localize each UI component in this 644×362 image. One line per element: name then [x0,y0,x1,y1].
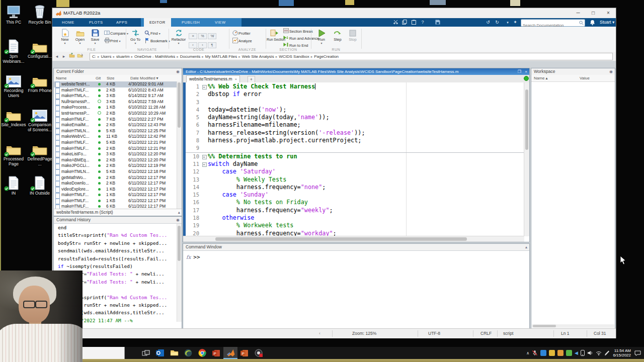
workspace-hscrollbar[interactable] [532,324,614,328]
editor-maximize-icon[interactable]: ❐ [518,68,521,75]
tab-close-icon[interactable]: × [232,77,237,81]
ws-col-value[interactable]: Value [580,75,590,81]
window-titlebar[interactable]: MATLAB R2022a ─ □ × [52,8,616,19]
uncomment-icon[interactable]: %̸ [208,33,216,39]
desktop-icon-this-pc[interactable]: This PC [1,3,26,25]
file-row[interactable]: makeHTMLA...3 KB6/14/2022 9:17 AM [54,93,177,99]
breadcrumb-segment[interactable]: Users [101,54,112,59]
user-menu[interactable]: Stuart ▾ [600,20,614,25]
chevron-up-icon[interactable]: ∧ [525,347,531,359]
fold-icon[interactable] [202,162,207,167]
step-button[interactable]: Step [330,28,345,42]
notifications-bell-icon[interactable] [590,20,595,26]
tab-publish[interactable]: PUBLISH [176,18,205,27]
speaker-icon[interactable] [586,347,594,359]
quick-access-caret-icon[interactable]: ▾ [505,20,510,25]
pen-icon[interactable] [603,347,611,359]
code-area[interactable]: 1%% Web Site Check Test Harness2dbstop i… [183,82,524,236]
app-blue-icon[interactable] [539,347,547,359]
desktop-icon-definedpage-[interactable]: DefinedPage... [27,140,52,166]
file-row[interactable]: makeEmailM...2 KB6/11/2022 12:43 PM [54,122,177,128]
breadcrumb-segment[interactable]: C: [92,54,96,59]
maximize-button[interactable]: □ [586,8,601,18]
wrap-comment-icon[interactable]: ≡ [189,33,197,39]
panel-menu-icon[interactable]: ◉ [609,68,613,75]
share-arrow-icon[interactable]: ◀ [573,347,579,359]
bookmark-button[interactable]: Bookmark ▾ [144,38,170,44]
comment-icon[interactable]: % [198,33,207,39]
new-button[interactable]: New▾ [57,28,72,45]
file-row[interactable]: makeProcess...1 KB6/10/2022 11:28 AM [54,105,177,111]
shortcut-icon[interactable]: ✦ [512,20,518,25]
breadcrumb-segment[interactable]: PageCreation [314,54,339,59]
editor-close-icon[interactable]: × [525,68,527,75]
col-git[interactable]: Git [96,75,107,81]
refactor-button[interactable]: Refactor▾ [171,28,186,45]
chrome-icon[interactable] [195,347,209,359]
paste-icon[interactable] [411,20,417,25]
recorder-icon[interactable] [252,347,266,359]
goto-button[interactable]: Go To▾ [128,28,143,45]
tab-plots[interactable]: PLOTS [84,18,109,27]
powerpoint-icon-2[interactable]: P [237,347,252,359]
pane-toggle-icon[interactable]: ‹ [319,329,320,338]
workspace-columns[interactable]: Name ▴ Value [531,75,615,82]
file-row[interactable]: makeJPGCLi...2 KB6/11/2022 12:19 PM [54,163,177,169]
file-row[interactable]: getMathWo...2 KB6/11/2022 12:17 PM [54,175,177,181]
file-row[interactable]: websiteTestH...4 KB4/30/2022 9:01 AM [54,81,177,87]
desktop-icon-recycle-bin[interactable]: Recycle Bin [27,3,52,25]
editor-titlebar[interactable]: Editor - C:\Users\stuartm\OneDrive - Mat… [183,68,529,75]
find-button[interactable]: Find ▾ [144,30,160,37]
breadcrumb-segment[interactable]: Documents [180,54,200,59]
file-row[interactable]: makeWebVC...11 KB6/11/2022 12:42 PM [54,134,177,140]
breadcrumb-segment[interactable]: OneDrive - MathWorks [134,54,175,59]
breadcrumb-segment[interactable]: Web Site Analysis [242,54,274,59]
tab-view[interactable]: VIEW [209,18,231,27]
current-folder-header[interactable]: Current Folder◉ [54,68,182,75]
save-quick-icon[interactable] [435,20,441,25]
desktop-icon-configurati-[interactable]: Configurati... [27,37,52,59]
file-row[interactable]: makeHTMLF...2 KB6/10/2022 8:43 AM [54,87,177,94]
desktop-icon-3pm-webinars-[interactable]: 3pm Webinars... [1,37,26,64]
history-line[interactable]: if ~isempty(resultsFailed) [54,262,177,270]
save-button[interactable]: Save▾ [88,28,103,45]
phone-icon[interactable] [579,347,586,359]
desktop-icon-in[interactable]: IN [1,174,26,196]
file-row[interactable]: NullHarnessP...3 KB6/14/2022 7:59 AM [54,99,177,105]
taskbar-search-box[interactable] [83,347,125,359]
history-line[interactable]: bodyStr= runStr + newline + skipped... [54,239,177,247]
history-scrollbar[interactable] [177,224,182,322]
file-row[interactable]: makeHTMLF...1 KB6/11/2022 12:17 PM [54,198,177,204]
file-row[interactable]: videoExplore...1 KB6/11/2022 12:17 PM [54,187,177,193]
redo-icon[interactable]: ↻ [494,20,500,25]
clock[interactable]: 11:54 AM6/15/2022 [611,347,633,359]
col-date[interactable]: Date Modified ▾ [130,75,158,81]
desktop-icon-from-phone[interactable]: From Phone [27,71,52,94]
history-line[interactable]: titleStr=sprintf("Ran %d Custom Tes... [54,231,177,239]
panel-menu-icon[interactable]: ◉ [176,68,180,75]
file-row[interactable]: testHarnessP...2 KB6/10/2022 10:29 AM [54,111,177,117]
print-button[interactable]: Print ▾ [104,38,121,44]
new-tab-icon[interactable]: + [248,76,255,83]
command-window-header[interactable]: Command Window▴ [183,244,529,251]
stop-button[interactable]: Stop [345,28,360,42]
fold-icon[interactable] [202,155,207,159]
breadcrumb-segment[interactable]: My MATLAB Files [205,54,237,59]
edge-icon[interactable] [181,347,195,359]
workspace-header[interactable]: Workspace◉ [531,68,615,75]
cut-icon[interactable] [392,20,398,25]
fold-icon[interactable] [202,85,207,89]
browse-folder-icon[interactable] [76,53,84,60]
file-row[interactable]: makeABMEq...2 KB6/11/2022 12:20 PM [54,157,177,163]
editor-vscrollbar[interactable] [524,82,529,236]
folder-column-headers[interactable]: Name Git Size Date Modified ▾ [54,75,182,82]
file-detail-bar[interactable]: websiteTestHarness.m (Script)▴ [54,209,182,216]
history-line[interactable]: sendmail(wds.emailAddress,titleStr... [54,247,177,254]
documentation-search[interactable] [521,19,585,27]
task-view-icon[interactable] [139,347,153,359]
col-name[interactable]: Name [54,75,96,81]
desktop-icon-recording-users[interactable]: Recording Users [1,71,26,98]
app-orange-icon[interactable] [556,347,565,359]
help-icon[interactable]: ? [420,20,426,25]
history-line[interactable]: resultsFailed=results([results.Fail... [54,255,177,262]
